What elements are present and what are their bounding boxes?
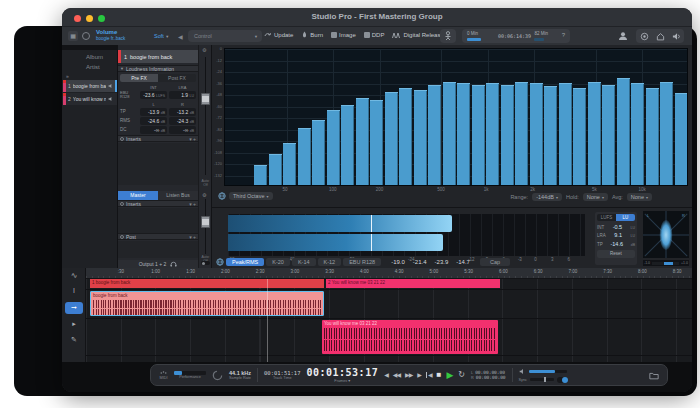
- playhead[interactable]: [267, 279, 268, 362]
- tab-master[interactable]: Master: [118, 191, 158, 200]
- track-inspector: 1 boogie from back ▼Loudness Information…: [118, 45, 212, 268]
- scope-left-label: L: [647, 213, 649, 218]
- ddp-button[interactable]: DDP: [364, 32, 385, 38]
- pencil-tool[interactable]: ✎: [62, 336, 86, 344]
- tab-k12[interactable]: K-12: [318, 258, 342, 266]
- tab-listen-bus[interactable]: Listen Bus: [158, 191, 198, 200]
- cap-button[interactable]: Cap: [480, 258, 510, 266]
- transport-buttons: ◀◀◀▶▶▶◀■▶↻: [384, 371, 465, 380]
- monitor-source-icon[interactable]: [216, 258, 224, 266]
- audio-clip-1[interactable]: boogie from back: [90, 291, 324, 316]
- track-time-display[interactable]: 00:01:51:17 Track Time: [264, 370, 300, 380]
- lufs-toggle[interactable]: LUFS: [597, 214, 616, 221]
- next-button[interactable]: ▶: [417, 372, 421, 378]
- sphere-icon[interactable]: [640, 32, 649, 41]
- knob-icon[interactable]: [82, 32, 90, 40]
- channel-mode-select[interactable]: Soft ▼: [154, 33, 169, 39]
- post-empty-area[interactable]: [118, 241, 198, 258]
- main-time-display[interactable]: 00:01:53:17 Frames ▾: [306, 367, 378, 383]
- burn-button[interactable]: Burn: [301, 31, 323, 39]
- inserts-empty-area[interactable]: [118, 143, 198, 185]
- performance-indicator[interactable]: Performance: [174, 371, 206, 379]
- channel-name[interactable]: Volume: [96, 29, 125, 36]
- tab-k14[interactable]: K-14: [292, 258, 316, 266]
- play-button[interactable]: ▶: [446, 371, 453, 380]
- lra-column-label: LRA: [169, 85, 196, 90]
- tab-pre-fx[interactable]: Pre FX: [120, 74, 158, 82]
- dc-row: DC -∞ dB -∞ dB: [120, 126, 196, 134]
- tab-peak-rms[interactable]: Peak/RMS: [226, 258, 264, 266]
- song-list-item-1[interactable]: 1 boogie from back: [63, 80, 117, 92]
- sync-slider[interactable]: [530, 378, 554, 381]
- loudness-section-header[interactable]: ▼Loudness Information: [118, 65, 198, 72]
- user-icon[interactable]: [618, 31, 628, 41]
- previous-button[interactable]: ◀: [384, 372, 388, 378]
- time-format-dropdown[interactable]: Frames ▾: [306, 378, 378, 383]
- inspector-track-header[interactable]: 1 boogie from back: [118, 50, 198, 63]
- editor-toggle-icon[interactable]: ▦: [68, 31, 78, 41]
- return-to-start-button[interactable]: ◀: [426, 372, 432, 378]
- song-number: 2: [68, 96, 71, 102]
- right-column-label: R: [169, 102, 196, 107]
- inserts-section-header[interactable]: Inserts ▾ +: [118, 135, 198, 142]
- artist-label[interactable]: Artist: [86, 64, 100, 70]
- split-tool[interactable]: I: [62, 287, 86, 294]
- range-dropdown[interactable]: -144dB ▾: [532, 193, 562, 201]
- spectrum-mode-dropdown[interactable]: Third Octave ▾: [229, 192, 273, 200]
- ruler-tick: 8:00: [638, 269, 647, 274]
- spectrum-bar: [660, 82, 673, 186]
- sample-rate-display[interactable]: 44.1 kHz Sample Rate: [229, 370, 251, 380]
- loop-button[interactable]: ↻: [458, 371, 465, 379]
- song-list-item-2[interactable]: 2 You will know me 03 21 22: [63, 93, 117, 105]
- master-inserts-header[interactable]: Inserts ▾ +: [118, 200, 198, 207]
- audio-device-icon[interactable]: [672, 32, 681, 41]
- volume-fader[interactable]: [201, 93, 210, 105]
- automation-mode[interactable]: Auto: Off: [199, 179, 212, 187]
- listen-speaker-button[interactable]: [440, 29, 456, 43]
- reset-button[interactable]: Reset: [597, 250, 635, 258]
- master-volume-fader[interactable]: [201, 216, 210, 228]
- help-button[interactable]: ?: [562, 32, 565, 38]
- song-marker-1[interactable]: 1 boogie from back: [90, 279, 324, 288]
- sync-toggle[interactable]: [557, 377, 568, 383]
- update-button[interactable]: Update: [264, 31, 293, 39]
- rewind-button[interactable]: ◀◀: [393, 372, 400, 378]
- spectrum-bar: [646, 88, 659, 185]
- lu-toggle[interactable]: LU: [616, 214, 635, 221]
- autoscroll-button[interactable]: ➞: [65, 302, 83, 314]
- tab-ebu-r128[interactable]: EBU R128: [343, 258, 381, 266]
- expander-icon[interactable]: »: [66, 73, 69, 79]
- volume-slider[interactable]: [529, 370, 567, 373]
- range-tool[interactable]: ∿: [62, 271, 86, 280]
- spectrum-bar: [588, 82, 601, 186]
- output-row[interactable]: Output 1 + 2: [118, 260, 198, 268]
- digital-release-button[interactable]: Digital Release: [392, 32, 443, 39]
- home-icon[interactable]: [656, 32, 665, 41]
- folder-icon[interactable]: [649, 371, 659, 380]
- speaker-icon[interactable]: [108, 96, 114, 102]
- cursor-tool[interactable]: ▸: [62, 320, 86, 328]
- album-label[interactable]: Album: [86, 54, 103, 60]
- gear-icon[interactable]: ⚙: [202, 47, 206, 53]
- tab-post-fx[interactable]: Post FX: [158, 74, 196, 82]
- speaker-icon[interactable]: [108, 83, 114, 89]
- avg-dropdown[interactable]: None ▾: [627, 193, 652, 201]
- control-link-dropdown[interactable]: Control ▼: [188, 30, 262, 42]
- monitor-source-icon[interactable]: [218, 192, 226, 200]
- mono-toggle[interactable]: [201, 261, 210, 265]
- tab-k20[interactable]: K-20: [266, 258, 290, 266]
- channel-subname[interactable]: boogie fr..back: [96, 36, 125, 41]
- song-marker-2[interactable]: 2 You will know me 03 21 22: [326, 279, 500, 288]
- audio-clip-2[interactable]: You will know me 03 21 22: [322, 320, 498, 354]
- hold-dropdown[interactable]: None ▾: [583, 193, 608, 201]
- correlation-meter: -1.0 +1.0: [643, 260, 689, 266]
- gear-icon[interactable]: ⚙: [202, 192, 206, 198]
- post-section-header[interactable]: Post ▾ +: [118, 233, 198, 240]
- collapse-left-icon[interactable]: ◀: [178, 33, 183, 40]
- image-button[interactable]: Image: [331, 32, 356, 38]
- stop-button[interactable]: ■: [437, 371, 442, 379]
- time-ruler[interactable]: :301:001:302:002:303:003:304:004:305:005…: [86, 268, 692, 279]
- master-inserts-empty[interactable]: [118, 208, 198, 233]
- loop-range-display[interactable]: L00:00:00:00 R00:00:00:00: [471, 370, 506, 380]
- fast-forward-button[interactable]: ▶▶: [405, 372, 412, 378]
